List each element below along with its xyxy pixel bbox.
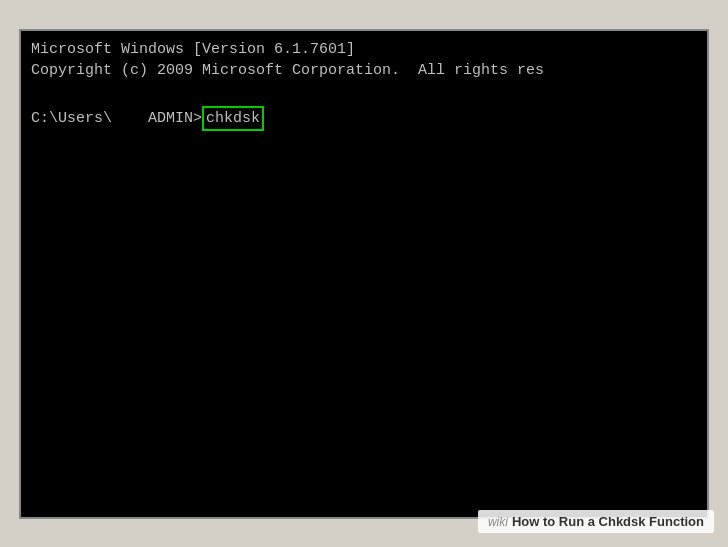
cmd-line-1: Microsoft Windows [Version 6.1.7601] xyxy=(31,39,697,60)
cmd-command-text: chkdsk xyxy=(202,106,264,131)
cmd-prompt-line[interactable]: C:\Users\ ADMIN> chkdsk xyxy=(31,106,697,131)
wiki-how-label: How to Run a Chkdsk Function xyxy=(512,514,704,529)
wiki-label: wiki xyxy=(488,515,508,529)
wiki-badge: wiki How to Run a Chkdsk Function xyxy=(478,510,714,533)
cmd-line-2: Copyright (c) 2009 Microsoft Corporation… xyxy=(31,60,697,81)
cmd-prompt: C:\Users\ ADMIN> xyxy=(31,108,202,129)
outer-container: Microsoft Windows [Version 6.1.7601] Cop… xyxy=(0,0,728,547)
cmd-line-3 xyxy=(31,81,697,102)
cmd-window: Microsoft Windows [Version 6.1.7601] Cop… xyxy=(19,29,709,519)
